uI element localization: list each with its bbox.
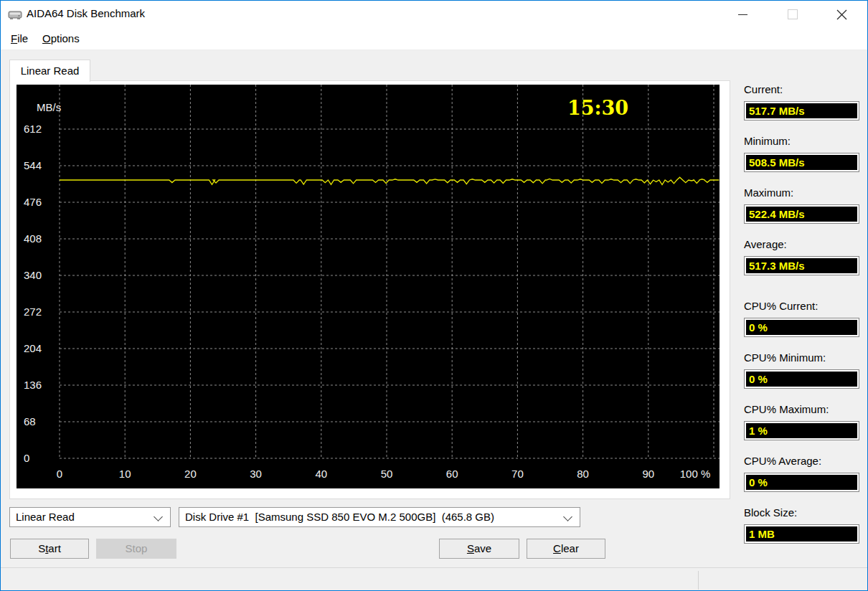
menu-options[interactable]: Options — [38, 30, 84, 47]
stat-label: CPU% Average: — [744, 455, 859, 469]
app-window: AIDA64 Disk Benchmark File Options Linea… — [0, 0, 868, 591]
stat-value-box: 0 % — [744, 369, 859, 389]
stat-label: Maximum: — [744, 186, 859, 201]
stat-group: Minimum:508.5 MB/s — [744, 135, 859, 149]
minimize-icon — [738, 14, 747, 15]
svg-text:476: 476 — [24, 196, 42, 208]
stat-group: Average:517.3 MB/s — [744, 238, 859, 252]
stat-group: Maximum:522.4 MB/s — [744, 186, 859, 201]
close-icon — [836, 9, 847, 20]
stat-value-box: 0 % — [744, 473, 859, 492]
svg-text:408: 408 — [24, 232, 42, 245]
window-title: AIDA64 Disk Benchmark — [27, 7, 145, 19]
start-button[interactable]: Start — [10, 539, 89, 559]
svg-text:15:30: 15:30 — [567, 97, 628, 119]
stat-label: CPU% Current: — [744, 300, 859, 314]
stat-group: Current:517.7 MB/s — [744, 83, 859, 98]
minimize-button[interactable] — [718, 1, 768, 28]
svg-text:204: 204 — [24, 342, 42, 354]
chevron-down-icon — [154, 512, 163, 521]
close-button[interactable] — [817, 1, 867, 28]
stat-group: CPU% Current:0 % — [744, 300, 859, 314]
svg-text:544: 544 — [24, 159, 42, 171]
stat-label: Minimum: — [744, 135, 859, 149]
svg-text:612: 612 — [24, 123, 42, 135]
stat-label: CPU% Minimum: — [744, 351, 859, 366]
tab-page: 0102030405060708090100 %6125444764083402… — [9, 80, 730, 499]
svg-text:100 %: 100 % — [680, 468, 711, 480]
stat-group: CPU% Maximum:1 % — [744, 403, 859, 417]
svg-text:136: 136 — [24, 379, 42, 391]
title-bar[interactable]: AIDA64 Disk Benchmark — [1, 1, 867, 28]
benchmark-type-select[interactable]: Linear Read — [9, 507, 171, 527]
stop-button: Stop — [96, 539, 176, 559]
svg-text:80: 80 — [577, 468, 589, 480]
stat-group: CPU% Minimum:0 % — [744, 351, 859, 366]
menu-bar: File Options — [1, 28, 867, 50]
stat-value-box: 522.4 MB/s — [744, 204, 859, 224]
hard-disk-icon — [8, 8, 22, 21]
svg-text:MB/s: MB/s — [37, 101, 61, 113]
stat-label: CPU% Maximum: — [744, 403, 859, 417]
stat-label: Block Size: — [744, 506, 859, 521]
svg-text:68: 68 — [24, 415, 36, 427]
svg-text:0: 0 — [57, 468, 62, 480]
stat-value-box: 1 % — [744, 421, 859, 440]
svg-text:10: 10 — [119, 468, 131, 480]
maximize-button — [768, 1, 817, 28]
stat-value-box: 517.3 MB/s — [744, 256, 859, 275]
status-bar — [1, 567, 867, 591]
stat-label: Average: — [744, 238, 859, 252]
save-button[interactable]: Save — [439, 539, 519, 559]
benchmark-chart: 0102030405060708090100 %6125444764083402… — [16, 85, 720, 488]
svg-text:30: 30 — [250, 468, 262, 480]
disk-drive-select[interactable]: Disk Drive #1 [Samsung SSD 850 EVO M.2 5… — [179, 507, 580, 527]
svg-text:60: 60 — [446, 468, 458, 480]
maximize-icon — [788, 9, 798, 19]
stat-value-box: 1 MB — [744, 524, 859, 544]
svg-text:50: 50 — [381, 468, 393, 480]
svg-text:40: 40 — [315, 468, 327, 480]
stat-group: Block Size:1 MB — [744, 506, 859, 521]
svg-text:20: 20 — [184, 468, 197, 480]
svg-text:272: 272 — [24, 306, 42, 318]
disk-drive-value: Disk Drive #1 [Samsung SSD 850 EVO M.2 5… — [185, 511, 494, 523]
svg-text:340: 340 — [24, 269, 42, 281]
stat-value-box: 0 % — [744, 318, 859, 337]
stat-group: CPU% Average:0 % — [744, 455, 859, 469]
benchmark-type-value: Linear Read — [16, 511, 75, 523]
chevron-down-icon — [563, 512, 572, 521]
status-bar-divider — [698, 571, 699, 590]
stat-label: Current: — [744, 83, 859, 98]
svg-text:70: 70 — [511, 468, 524, 480]
svg-text:0: 0 — [24, 452, 29, 464]
stat-value-box: 508.5 MB/s — [744, 153, 859, 172]
stat-value-box: 517.7 MB/s — [744, 101, 859, 120]
chart-canvas: 0102030405060708090100 %6125444764083402… — [16, 85, 720, 488]
clear-button[interactable]: Clear — [527, 539, 605, 559]
svg-text:90: 90 — [642, 468, 654, 480]
menu-file[interactable]: File — [6, 30, 32, 47]
tab-linear-read[interactable]: Linear Read — [9, 60, 90, 82]
